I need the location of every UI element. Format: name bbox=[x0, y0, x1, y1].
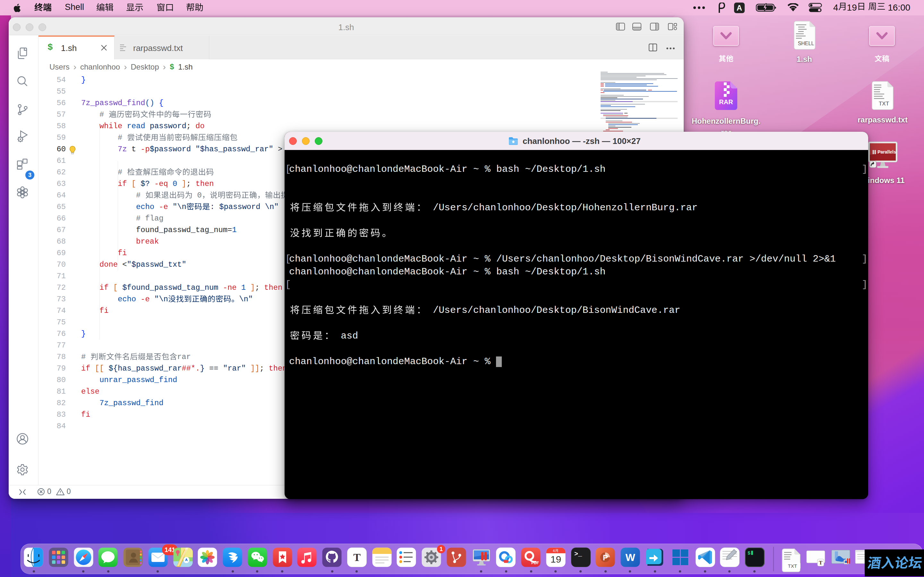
svg-text:SHELL: SHELL bbox=[798, 41, 814, 46]
svg-text:RAR: RAR bbox=[719, 98, 733, 105]
svg-text:4: 4 bbox=[553, 549, 555, 553]
svg-text:P: P bbox=[603, 553, 608, 562]
svg-text:$: $ bbox=[748, 551, 750, 556]
svg-text:TXT: TXT bbox=[788, 563, 797, 569]
svg-text:PDF: PDF bbox=[531, 561, 539, 565]
svg-text:TXT: TXT bbox=[879, 101, 889, 107]
svg-text:T: T bbox=[819, 560, 822, 566]
svg-text:19: 19 bbox=[551, 554, 561, 564]
svg-text:Parallels: Parallels bbox=[877, 149, 896, 155]
svg-text:W: W bbox=[625, 552, 635, 563]
svg-text:>_: >_ bbox=[574, 550, 582, 558]
svg-text:T: T bbox=[353, 551, 360, 563]
